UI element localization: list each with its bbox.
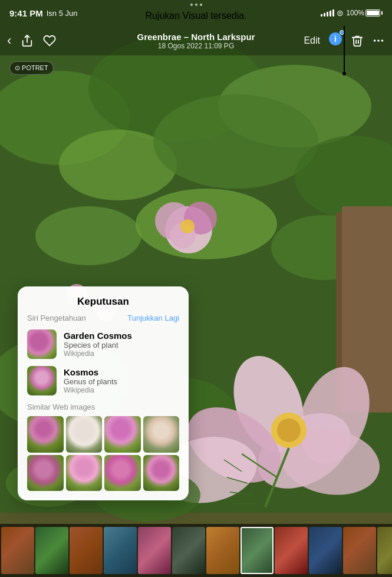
status-indicators: ⊜ 100% [321, 8, 383, 18]
svg-point-5 [153, 94, 318, 189]
annotation-line [344, 26, 345, 73]
similar-image-8[interactable] [143, 455, 180, 492]
result-thumbnail-1 [27, 329, 57, 359]
film-thumb-3[interactable] [70, 527, 103, 574]
similar-images-grid [27, 416, 179, 491]
nav-center: Greenbrae – North Larkspur 18 Ogos 2022 … [137, 32, 255, 50]
portrait-label: ⊙ POTRET [15, 64, 48, 72]
scroll-indicator [190, 4, 202, 6]
similar-image-4[interactable] [143, 416, 180, 453]
nav-left-buttons: ‹ [7, 33, 56, 48]
result-name-1: Garden Cosmos [64, 331, 179, 341]
portrait-badge: ⊙ POTRET [9, 61, 54, 75]
svg-text:i: i [334, 34, 337, 44]
film-thumb-5[interactable] [138, 527, 171, 574]
similar-section-label: Similar Web images [27, 403, 179, 411]
film-thumb-8-active[interactable] [241, 527, 274, 574]
film-thumb-7[interactable] [206, 527, 239, 574]
film-strip[interactable] [0, 524, 392, 577]
result-thumbnail-2 [27, 366, 57, 395]
results-title: Keputusan [27, 296, 179, 308]
share-button[interactable] [21, 34, 34, 47]
status-time: 9:41 PM Isn 5 Jun [9, 8, 77, 18]
result-source-1: Wikipedia [64, 350, 179, 358]
svg-point-16 [180, 219, 195, 233]
film-thumb-10[interactable] [309, 527, 342, 574]
result-source-2: Wikipedia [64, 386, 179, 394]
annotation-text: Rujukan Visual tersedia. [145, 11, 246, 21]
film-thumb-12[interactable] [377, 527, 392, 574]
visual-lookup-button[interactable]: i [328, 32, 342, 50]
favorite-button[interactable] [43, 34, 56, 47]
nav-subtitle: 18 Ogos 2022 11:09 PG [137, 42, 255, 50]
similar-image-3[interactable] [104, 416, 141, 453]
result-info-1: Garden Cosmos Species of plant Wikipedia [64, 331, 179, 358]
film-thumb-2[interactable] [35, 527, 68, 574]
result-type-2: Genus of plants [64, 377, 179, 386]
result-item-garden-cosmos[interactable]: Garden Cosmos Species of plant Wikipedia [27, 329, 179, 359]
svg-point-46 [381, 39, 384, 42]
nav-title: Greenbrae – North Larkspur [137, 32, 255, 42]
film-thumb-4[interactable] [104, 527, 137, 574]
signal-icon [321, 9, 334, 17]
similar-image-1[interactable] [27, 416, 64, 453]
svg-point-27 [277, 418, 301, 442]
film-thumb-9[interactable] [275, 527, 308, 574]
time: 9:41 PM [9, 8, 43, 18]
back-button[interactable]: ‹ [7, 33, 11, 48]
wifi-icon: ⊜ [337, 8, 344, 18]
similar-image-2[interactable] [66, 416, 103, 453]
siri-section-label: Siri Pengetahuan [27, 314, 86, 322]
annotation-dot [342, 72, 346, 75]
film-thumb-6[interactable] [172, 527, 205, 574]
battery-percentage: 100% [346, 9, 364, 17]
result-item-kosmos[interactable]: Kosmos Genus of plants Wikipedia [27, 366, 179, 395]
more-button[interactable] [372, 34, 385, 47]
nav-bar: ‹ Greenbrae – North Larkspur 18 Ogos 202… [0, 26, 392, 55]
results-section-header: Siri Pengetahuan Tunjukkan Lagi [27, 314, 179, 322]
film-thumb-1[interactable] [1, 527, 34, 574]
svg-point-45 [377, 39, 380, 42]
delete-button[interactable] [351, 34, 364, 47]
result-type-1: Species of plant [64, 341, 179, 350]
similar-image-7[interactable] [104, 455, 141, 492]
result-name-2: Kosmos [64, 367, 179, 377]
svg-point-44 [374, 39, 376, 42]
results-panel: Keputusan Siri Pengetahuan Tunjukkan Lag… [18, 286, 189, 500]
day: Isn 5 Jun [47, 9, 78, 18]
svg-point-7 [35, 206, 141, 265]
battery-indicator: 100% [346, 9, 383, 17]
similar-image-5[interactable] [27, 455, 64, 492]
edit-button[interactable]: Edit [304, 35, 320, 46]
show-more-link[interactable]: Tunjukkan Lagi [127, 314, 179, 322]
film-thumb-11[interactable] [343, 527, 376, 574]
similar-image-6[interactable] [66, 455, 103, 492]
result-info-2: Kosmos Genus of plants Wikipedia [64, 367, 179, 394]
